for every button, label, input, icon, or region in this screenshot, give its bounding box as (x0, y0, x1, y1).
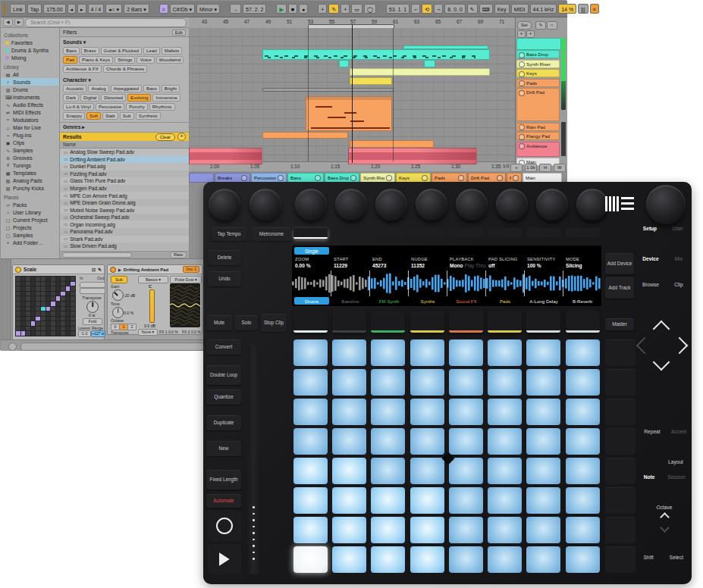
transpose-knob[interactable] (86, 301, 99, 313)
pad-3-8[interactable] (566, 487, 600, 514)
pad-5-5[interactable] (449, 428, 483, 455)
pad-5-3[interactable] (371, 428, 405, 455)
scale-grid[interactable] (15, 276, 76, 336)
result-item[interactable]: ▭Shark Pad.adv (60, 236, 189, 243)
scale-grid-cell[interactable] (26, 292, 30, 296)
display-upper-button[interactable] (293, 228, 328, 239)
pad-7-2[interactable] (332, 369, 366, 396)
filter-tag[interactable]: Analog (88, 85, 108, 92)
pad-4-8[interactable] (566, 458, 600, 484)
loop-length-field[interactable]: 8. 0. 0 (444, 4, 465, 14)
filter-tag[interactable]: Dark (63, 94, 79, 102)
pad-1-6[interactable] (488, 546, 522, 573)
scale-grid-cell[interactable] (41, 302, 46, 306)
sidebar-item-packs[interactable]: ▱Packs (1, 201, 59, 208)
encoder-knob[interactable] (456, 189, 488, 220)
scale-grid-cell[interactable] (71, 317, 75, 321)
scale-grid-cell[interactable] (41, 321, 46, 326)
scale-grid-cell[interactable] (26, 286, 30, 291)
nudge-down-button[interactable]: ◂ (67, 4, 77, 14)
scale-grid-cell[interactable] (46, 311, 51, 316)
clip[interactable] (350, 140, 434, 148)
filter-selector[interactable]: None ▾ (138, 329, 158, 336)
scale-grid-cell[interactable] (66, 307, 71, 311)
add-track-button[interactable]: Add Track (605, 277, 634, 299)
scale-grid-cell[interactable] (26, 317, 30, 321)
loop-button[interactable]: ⟲ (422, 4, 432, 14)
range-value[interactable]: +127 st (91, 330, 105, 337)
browser-forward-button[interactable]: ▶ (14, 18, 24, 27)
scale-grid-cell[interactable] (61, 311, 65, 316)
scale-grid-cell[interactable] (61, 327, 65, 331)
pad-8-3[interactable] (371, 339, 405, 366)
filter-tag[interactable]: Pad (63, 56, 77, 64)
scale-grid-cell[interactable] (66, 277, 71, 281)
track-activator-icon[interactable] (519, 124, 525, 130)
display-upper-button[interactable] (410, 228, 444, 237)
pad-1-1[interactable] (293, 546, 328, 573)
layout-button[interactable]: Layout (663, 459, 689, 464)
scale-grid-cell[interactable] (51, 296, 55, 301)
gain-knob[interactable] (112, 289, 124, 301)
scale-grid-cell[interactable] (51, 311, 55, 316)
arrangement-position[interactable]: 57. 2. 2 (243, 4, 266, 14)
device-power-toggle[interactable] (110, 267, 116, 273)
result-item[interactable]: ▭Glass Thin Pure Pad.adv (60, 177, 189, 185)
scale-grid-cell[interactable] (41, 296, 46, 301)
quantization-menu[interactable]: 2 Bars ▾ (124, 4, 149, 14)
pad-4-5[interactable] (449, 458, 483, 484)
scale-grid-cell[interactable] (51, 277, 55, 281)
pad-6-4[interactable] (410, 399, 444, 425)
scale-grid-cell[interactable] (31, 277, 36, 281)
scale-grid-cell[interactable] (56, 331, 61, 336)
scale-grid-cell[interactable] (21, 317, 26, 321)
pad-5-6[interactable] (488, 428, 522, 455)
pad-3-4[interactable] (410, 487, 444, 514)
zoom-chip[interactable]: H (539, 164, 551, 172)
pad-6-7[interactable] (526, 399, 560, 425)
filter-tag[interactable]: Bass (63, 47, 80, 55)
pad-6-6[interactable] (488, 399, 522, 425)
scale-grid-cell[interactable] (21, 331, 26, 336)
filter-tag[interactable]: Woodwind (156, 56, 184, 64)
scale-grid-cell[interactable] (56, 296, 61, 301)
accent-button[interactable]: Accent (667, 429, 690, 434)
scale-grid-cell[interactable] (16, 311, 20, 316)
scale-awareness-icon[interactable]: ⌗ (159, 4, 168, 14)
encoder-knob[interactable] (536, 189, 568, 220)
clip[interactable] (339, 60, 349, 67)
display-lower-button[interactable] (371, 311, 405, 333)
save-preset-icon[interactable]: ✎ (98, 267, 102, 272)
scale-grid-cell[interactable] (66, 317, 71, 321)
cpu-meter[interactable]: 14 % (558, 4, 576, 14)
repeat-button[interactable]: Repeat (639, 429, 666, 434)
scale-mode-menu[interactable]: Minor ▾ (196, 4, 220, 14)
arrow-button[interactable] (653, 321, 670, 338)
display-lower-button[interactable] (293, 311, 328, 333)
pad-7-7[interactable] (526, 369, 560, 396)
sidebar-item-plug-ins[interactable]: ⌁Plug-ins (1, 131, 59, 139)
filter-tag[interactable]: Voice (137, 56, 154, 64)
edit-filters-button[interactable]: Edit (172, 30, 186, 36)
scale-grid-cell[interactable] (56, 292, 61, 296)
scale-grid-cell[interactable] (36, 327, 40, 331)
scale-grid-cell[interactable] (16, 331, 20, 336)
play-button[interactable] (208, 544, 241, 574)
track-header-pads[interactable]: Pads (516, 79, 560, 87)
scale-grid-cell[interactable] (66, 282, 71, 286)
pad-7-1[interactable] (293, 369, 328, 396)
scale-grid-cell[interactable] (71, 282, 75, 286)
track-activator-icon[interactable] (519, 71, 525, 77)
scale-grid-cell[interactable] (36, 317, 40, 321)
pad-2-2[interactable] (332, 517, 366, 543)
scene-button-2[interactable] (605, 369, 636, 396)
track-header-rain-pad[interactable]: Rain Pad (516, 123, 560, 131)
scale-grid-cell[interactable] (46, 296, 51, 301)
sidebar-item-midi-effects[interactable]: ⇌MIDI Effects (1, 108, 59, 116)
scale-grid-cell[interactable] (71, 327, 75, 331)
scale-grid-cell[interactable] (21, 311, 26, 316)
scene-button-5[interactable] (605, 458, 636, 484)
scale-grid-cell[interactable] (26, 302, 30, 306)
scene-button-3[interactable] (605, 399, 636, 425)
computer-midi-keyboard-button[interactable]: ⌨ (479, 4, 493, 14)
